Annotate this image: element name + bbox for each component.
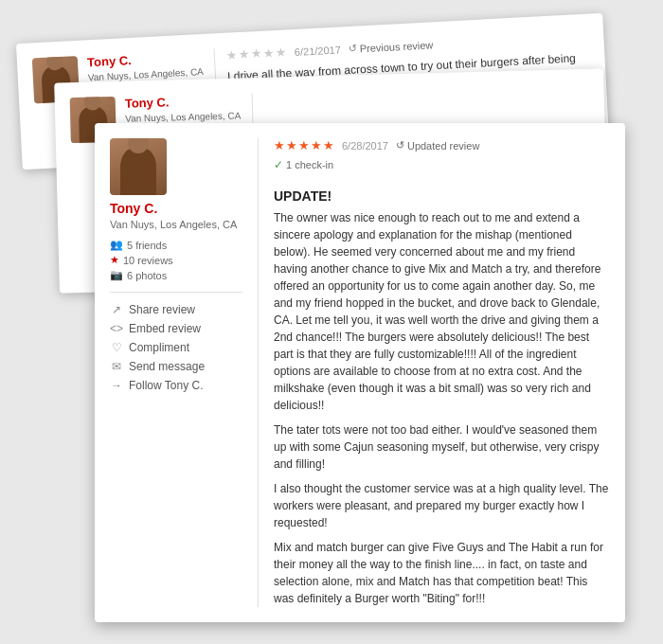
friends-icon: 👥 [110, 239, 123, 251]
checkmark-icon: ✓ [274, 158, 283, 171]
reviews-icon: ★ [110, 254, 119, 266]
star-3: ★ [298, 138, 310, 152]
embed-review-action[interactable]: <> Embed review [110, 319, 242, 338]
review-para-4: Mix and match burger can give Five Guys … [274, 539, 610, 607]
action-list: ↗ Share review <> Embed review ♡ Complim… [110, 300, 242, 395]
user-name: Tony C. [110, 201, 242, 216]
divider [110, 292, 242, 293]
star-4: ★ [311, 138, 322, 152]
star-rating: ★ ★ ★ ★ ★ [274, 138, 334, 152]
photos-icon: 📷 [110, 269, 123, 281]
review-title: UPDATE! [274, 188, 610, 204]
compliment-icon: ♡ [110, 341, 123, 354]
send-message-action[interactable]: ✉ Send message [110, 357, 242, 376]
star-3: ★ [251, 46, 263, 62]
user-name: Tony C. [125, 93, 241, 110]
review-para-2: The tater tots were not too bad either. … [274, 421, 610, 473]
star-2: ★ [239, 46, 251, 62]
review-para-1: The owner was nice enough to reach out t… [274, 209, 610, 414]
embed-icon: <> [110, 322, 123, 335]
star-4: ★ [263, 45, 276, 61]
message-icon: ✉ [110, 360, 123, 373]
review-para-3: I also thought the customer service was … [274, 480, 610, 531]
user-friends: 👥 5 friends [110, 239, 242, 251]
star-1: ★ [226, 47, 239, 63]
review-tag: ↺ Updated review [396, 139, 479, 152]
review-section: ★ ★ ★ ★ ★ 6/28/2017 ↺ Updated review ✓ 1… [274, 138, 610, 607]
scene: Tony C. Van Nuys, Los Angeles, CA 👥 5 fr… [0, 0, 663, 644]
user-location: Van Nuys, Los Angeles, CA [110, 218, 242, 231]
star-rating: ★ ★ ★ ★ ★ [226, 45, 288, 62]
follow-action[interactable]: → Follow Tony C. [110, 376, 242, 395]
review-date: 6/21/2017 [295, 44, 341, 58]
follow-icon: → [110, 379, 123, 392]
star-5: ★ [323, 138, 334, 152]
user-reviews: ★ 10 reviews [110, 254, 242, 266]
star-2: ★ [286, 138, 297, 152]
compliment-action[interactable]: ♡ Compliment [110, 338, 242, 357]
share-review-action[interactable]: ↗ Share review [110, 300, 242, 319]
user-photos: 📷 6 photos [110, 269, 242, 281]
review-date: 6/28/2017 [342, 140, 388, 152]
refresh-icon: ↺ [396, 139, 404, 152]
share-icon: ↗ [110, 303, 123, 316]
star-5: ★ [276, 45, 288, 60]
star-1: ★ [274, 138, 285, 152]
review-body: The owner was nice enough to reach out t… [274, 209, 610, 607]
checkin-badge: ✓ 1 check-in [274, 158, 610, 171]
review-tag: ↺ Previous review [348, 38, 433, 55]
review-header: ★ ★ ★ ★ ★ 6/28/2017 ↺ Updated review [274, 138, 610, 152]
front-review-card: Tony C. Van Nuys, Los Angeles, CA 👥 5 fr… [95, 123, 625, 622]
avatar [110, 138, 167, 195]
